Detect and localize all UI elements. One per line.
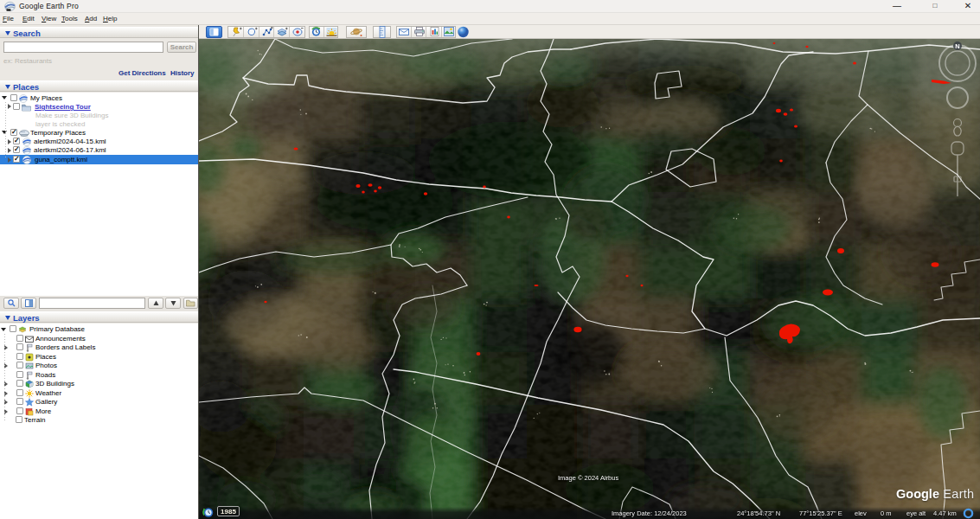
svg-text:N: N — [955, 42, 959, 50]
